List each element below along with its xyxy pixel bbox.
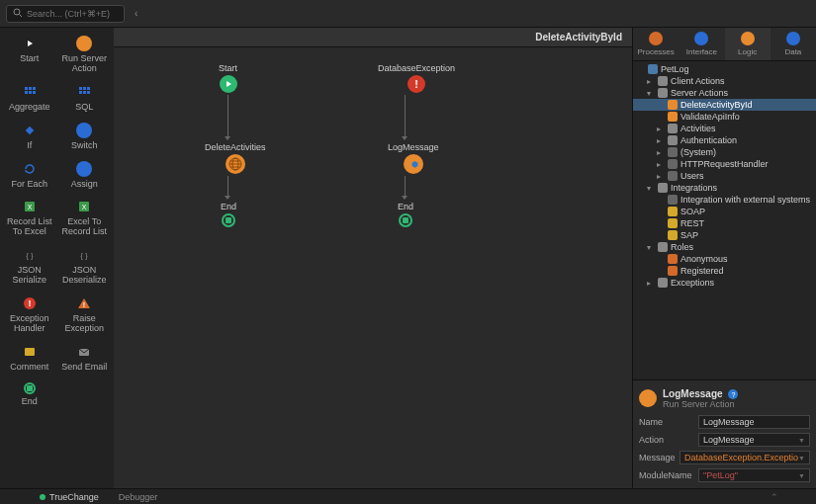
palette-sql[interactable]: SQL: [57, 80, 113, 119]
tab-data[interactable]: Data: [771, 28, 816, 60]
palette-json-deserialize[interactable]: { }JSON Deserialize: [57, 243, 113, 292]
flow-end-node[interactable]: End: [221, 202, 236, 227]
palette-json-serialize[interactable]: { }JSON Serialize: [2, 243, 57, 292]
help-icon[interactable]: ?: [728, 389, 738, 399]
svg-rect-9: [79, 87, 82, 90]
flow-canvas[interactable]: Start DeleteActivities End: [114, 47, 632, 488]
palette-end[interactable]: End: [2, 378, 57, 413]
tree-toggle-icon[interactable]: ▸: [657, 148, 665, 157]
tree-item-petlog[interactable]: PetLog: [633, 63, 816, 75]
svg-rect-13: [83, 91, 86, 94]
palette-run-server-action[interactable]: Run Server Action: [57, 32, 113, 80]
palette-record-list-to-excel[interactable]: XRecord List To Excel: [2, 195, 57, 243]
tree-item--system-[interactable]: ▸(System): [633, 146, 816, 158]
flow-log-node[interactable]: LogMessage ⬢: [388, 142, 439, 174]
tree-label: DeleteActivityById: [680, 100, 753, 110]
tree-item-users[interactable]: ▸Users: [633, 170, 816, 182]
palette-label: Comment: [10, 363, 48, 373]
palette-for-each[interactable]: For Each: [2, 157, 57, 196]
palette-assign[interactable]: Assign: [57, 157, 113, 196]
svg-text:!: !: [28, 298, 31, 308]
tree-label: (System): [680, 147, 716, 157]
tree-item-soap[interactable]: SOAP: [633, 206, 816, 217]
tree-item-authentication[interactable]: ▸Authentication: [633, 134, 816, 146]
tree-item-rest[interactable]: REST: [633, 217, 816, 229]
search-icon: [13, 8, 23, 20]
tree-toggle-icon[interactable]: ▾: [647, 184, 655, 193]
tree-item-deleteactivitybyid[interactable]: DeleteActivityById: [633, 99, 816, 111]
tree-node-icon: [658, 183, 668, 193]
flow-connector: [227, 176, 228, 196]
tree-item-registered[interactable]: Registered: [633, 265, 816, 277]
tree-toggle-icon[interactable]: ▸: [657, 160, 665, 169]
tree-node-icon: [668, 171, 678, 181]
error-icon: !: [408, 75, 425, 93]
tree-label: SAP: [680, 230, 698, 240]
palette-label: For Each: [11, 180, 47, 190]
arrow-down-icon: [225, 136, 230, 140]
palette-start[interactable]: Start: [2, 32, 57, 80]
stop-icon: [222, 213, 235, 227]
search-box[interactable]: [6, 5, 125, 23]
status-dot-icon: [40, 494, 45, 500]
palette-label: Excel To Record List: [59, 217, 111, 237]
tree-label: Integrations: [671, 183, 717, 193]
flow-end-node[interactable]: End: [398, 202, 413, 227]
palette-switch[interactable]: Switch: [57, 119, 113, 157]
tree-item-activities[interactable]: ▸Activities: [633, 123, 816, 134]
prop-field[interactable]: "PetLog"▼: [698, 468, 810, 482]
tree-node-icon: [668, 266, 678, 276]
tab-logic[interactable]: Logic: [725, 28, 771, 60]
palette-exception-handler[interactable]: !Exception Handler: [2, 292, 57, 340]
prop-field[interactable]: LogMessage▼: [698, 433, 810, 447]
stop-icon: [24, 382, 36, 394]
palette-raise-exception[interactable]: !Raise Exception: [57, 292, 113, 340]
tree-toggle-icon[interactable]: ▸: [647, 77, 655, 86]
tab-interface[interactable]: Interface: [679, 28, 724, 60]
tree-toggle-icon[interactable]: ▸: [647, 279, 655, 288]
stop-icon: [399, 213, 412, 227]
grid-icon: [76, 84, 92, 100]
flow-connector: [405, 95, 406, 136]
palette-if[interactable]: If: [2, 119, 57, 157]
debugger-tab[interactable]: Debugger: [109, 490, 168, 504]
palette-comment[interactable]: Comment: [2, 340, 57, 378]
tree-toggle-icon[interactable]: ▸: [657, 136, 665, 145]
flow-start-node[interactable]: Start: [219, 63, 237, 93]
collapse-palette-button[interactable]: ‹: [131, 6, 141, 21]
prop-field[interactable]: LogMessage: [698, 415, 810, 429]
svg-rect-14: [87, 91, 90, 94]
palette-aggregate[interactable]: Aggregate: [2, 80, 57, 119]
tab-icon: [649, 32, 663, 45]
tree-item-sap[interactable]: SAP: [633, 229, 816, 241]
flow-action-node[interactable]: DeleteActivities: [205, 142, 266, 174]
tree-toggle-icon[interactable]: ▾: [647, 243, 655, 252]
palette-excel-to-record-list[interactable]: XExcel To Record List: [57, 195, 113, 243]
tree-label: Exceptions: [671, 278, 714, 288]
tree-item-integrations[interactable]: ▾Integrations: [633, 182, 816, 194]
flow-exception-node[interactable]: DatabaseException !: [378, 63, 455, 93]
svg-text:!: !: [83, 301, 85, 308]
search-input[interactable]: [27, 9, 118, 19]
collapse-bottom-button[interactable]: ⌃: [763, 492, 786, 502]
tree-label: HTTPRequestHandler: [680, 159, 769, 169]
tree-node-icon: [668, 159, 678, 169]
tree-toggle-icon[interactable]: ▸: [657, 172, 665, 181]
tree-item-validateapiinfo[interactable]: ValidateApiInfo: [633, 111, 816, 123]
tab-label: TrueChange: [49, 492, 99, 502]
tree-toggle-icon[interactable]: ▸: [657, 125, 665, 133]
truechange-tab[interactable]: TrueChange: [30, 490, 109, 504]
tree-item-httprequesthandler[interactable]: ▸HTTPRequestHandler: [633, 158, 816, 170]
tree-item-exceptions[interactable]: ▸Exceptions: [633, 277, 816, 289]
prop-field[interactable]: DatabaseException.Exceptio▼: [680, 451, 810, 464]
prop-label: Name: [639, 417, 694, 427]
palette-send-email[interactable]: Send Email: [57, 340, 113, 378]
tree-label: ValidateApiInfo: [680, 112, 740, 122]
tree-item-server-actions[interactable]: ▾Server Actions: [633, 87, 816, 99]
tab-processes[interactable]: Processes: [633, 28, 679, 60]
tree-toggle-icon[interactable]: ▾: [647, 89, 655, 98]
tree-item-anonymous[interactable]: Anonymous: [633, 253, 816, 265]
tree-item-client-actions[interactable]: ▸Client Actions: [633, 75, 816, 87]
tree-item-roles[interactable]: ▾Roles: [633, 241, 816, 253]
tree-item-integration-with-external-systems[interactable]: Integration with external systems: [633, 194, 816, 206]
